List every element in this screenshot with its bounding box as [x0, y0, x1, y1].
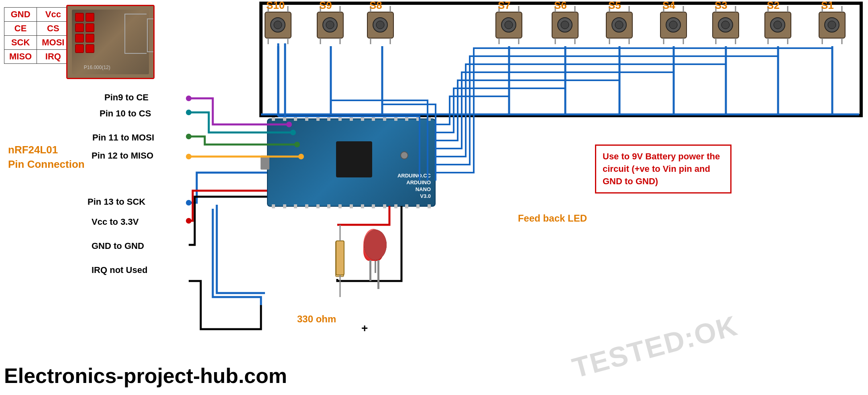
ohm-label: 330 ohm: [297, 314, 336, 325]
led: [363, 229, 383, 273]
svg-rect-49: [660, 12, 687, 38]
svg-rect-9: [317, 12, 343, 38]
svg-point-11: [326, 21, 334, 29]
svg-text:S7: S7: [498, 0, 511, 11]
usb-port: [261, 156, 269, 170]
svg-rect-73: [819, 12, 845, 38]
svg-point-75: [828, 21, 836, 29]
svg-text:S1: S1: [821, 0, 834, 11]
pin12-miso-label: Pin 12 to MISO: [92, 151, 153, 161]
svg-point-2: [271, 18, 285, 32]
svg-point-94: [186, 96, 192, 101]
svg-point-43: [615, 21, 623, 29]
svg-point-97: [186, 154, 192, 159]
pin11-mosi-label: Pin 11 to MOSI: [92, 132, 154, 143]
svg-text:S6: S6: [554, 0, 567, 11]
svg-point-27: [505, 21, 513, 29]
svg-point-67: [774, 21, 782, 29]
svg-rect-33: [552, 12, 578, 38]
svg-text:S3: S3: [715, 0, 727, 11]
svg-point-10: [323, 18, 337, 32]
svg-rect-57: [713, 12, 739, 38]
resistor: [335, 241, 344, 277]
svg-rect-17: [367, 12, 393, 38]
svg-point-34: [558, 18, 572, 32]
svg-point-96: [186, 134, 192, 139]
svg-text:S8: S8: [369, 0, 382, 11]
svg-point-3: [274, 21, 282, 29]
gnd-gnd-label: GND to GND: [92, 241, 144, 251]
svg-point-58: [718, 18, 733, 32]
battery-note-box: Use to 9V Battery power the circuit (+ve…: [595, 145, 731, 193]
svg-point-98: [186, 200, 192, 206]
pin10-cs-label: Pin 10 to CS: [100, 108, 151, 119]
svg-point-59: [721, 21, 729, 29]
svg-rect-0: [261, 3, 861, 116]
svg-rect-65: [765, 12, 791, 38]
arduino-text: ARDUINO.CC ARDUINO NANO V3.0: [397, 173, 431, 200]
plus-label: +: [361, 322, 368, 335]
svg-text:S10: S10: [266, 0, 285, 11]
svg-point-19: [376, 21, 384, 29]
nrf-module-image: P16.000(12): [66, 5, 155, 79]
svg-point-74: [825, 18, 839, 32]
svg-text:S9: S9: [319, 0, 332, 11]
svg-point-50: [666, 18, 681, 32]
pin9-ce-label: Pin9 to CE: [104, 92, 149, 103]
svg-text:S2: S2: [767, 0, 780, 11]
tested-label: TESTED:OK: [568, 309, 741, 385]
svg-point-95: [186, 110, 192, 115]
svg-point-35: [561, 21, 569, 29]
irq-unused-label: IRQ not Used: [92, 265, 147, 275]
svg-text:S4: S4: [662, 0, 675, 11]
svg-point-18: [373, 18, 387, 32]
website-label: Electronics-project-hub.com: [4, 364, 287, 388]
svg-rect-25: [496, 12, 522, 38]
svg-point-26: [501, 18, 516, 32]
pin-table: GNDVccCECSSCKMOSIMISOIRQ: [4, 7, 69, 64]
feedback-led-label: Feed back LED: [518, 213, 587, 224]
svg-point-99: [186, 218, 192, 224]
svg-point-51: [669, 21, 677, 29]
svg-rect-41: [606, 12, 632, 38]
vcc-33-label: Vcc to 3.3V: [92, 217, 139, 227]
svg-point-42: [612, 18, 626, 32]
svg-rect-1: [265, 12, 291, 38]
arduino-board: ARDUINO.CC ARDUINO NANO V3.0: [267, 118, 436, 207]
pin13-sck-label: Pin 13 to SCK: [88, 197, 145, 207]
svg-text:S5: S5: [608, 0, 621, 11]
nrf-label: nRF24L01 Pin Connection: [8, 143, 85, 172]
svg-point-66: [770, 18, 785, 32]
